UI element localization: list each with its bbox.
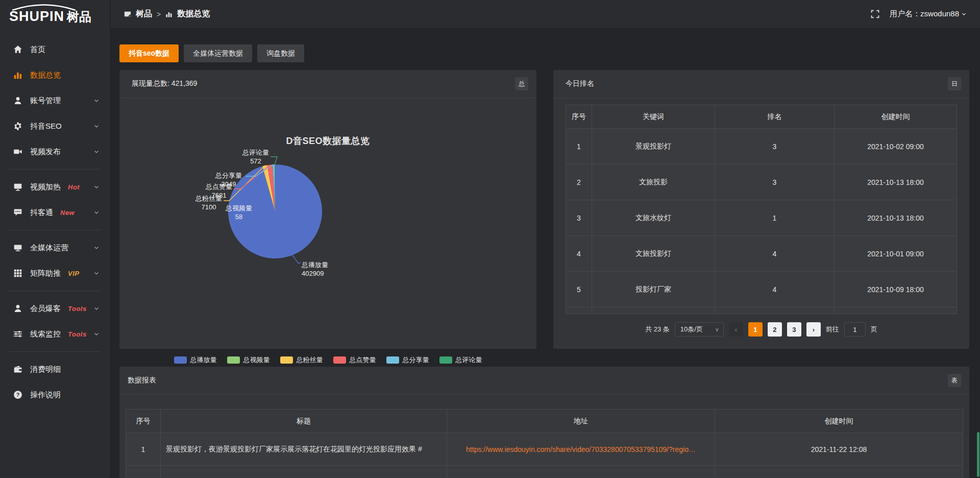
sidebar-item-label: 全媒体运营 <box>30 243 68 253</box>
legend-item-fans[interactable]: 总粉丝量 <box>280 355 323 365</box>
legend-swatch <box>386 356 399 364</box>
sidebar-item-omnimedia[interactable]: 全媒体运营 <box>0 235 110 260</box>
fullscreen-icon[interactable] <box>871 10 879 18</box>
sidebar-divider <box>9 351 101 352</box>
report-url-cell: https://www.iesdouyin.com/share/video/70… <box>447 433 715 465</box>
sidebar: SHUPIN 树品 首页 数据总览 账号管理 <box>0 0 110 478</box>
table-cell: 4 <box>566 236 592 271</box>
table-cell: 文旅投影灯 <box>592 236 715 271</box>
table-cell-clipped <box>161 466 447 478</box>
sidebar-item-label: 视频加热 <box>30 182 61 192</box>
sidebar-divider <box>9 291 101 291</box>
goto-page-input[interactable] <box>844 322 866 337</box>
table-cell: 1 <box>126 433 160 465</box>
legend-item-videos[interactable]: 总视频量 <box>227 355 270 365</box>
col-header: 排名 <box>715 105 834 128</box>
day-view-button[interactable]: 日 <box>948 77 961 90</box>
legend-item-comments[interactable]: 总评论量 <box>439 355 482 365</box>
sidebar-item-member-baoke[interactable]: 会员爆客 Tools <box>0 296 110 321</box>
table-cell: 2021-10-02 09:00 <box>835 129 957 164</box>
table-cell: 2021-11-22 12:08 <box>715 433 963 465</box>
person-icon <box>13 304 22 313</box>
sidebar-item-instructions[interactable]: ? 操作说明 <box>0 382 110 408</box>
table-cell: 2021-10-13 18:00 <box>835 164 957 200</box>
sidebar-item-video-publish[interactable]: 视频发布 <box>0 139 110 164</box>
next-page-button[interactable]: › <box>806 322 821 337</box>
sidebar-item-expense-detail[interactable]: 消费明细 <box>0 356 110 382</box>
impressions-summary: 展现量总数: 421,369 <box>132 79 197 88</box>
sidebar-item-home[interactable]: 首页 <box>0 37 110 62</box>
sidebar-item-label: 抖音SEO <box>30 122 62 131</box>
chart-legend: 总播放量 总视频量 总粉丝量 总点赞量 总分享量 总评论量 <box>119 355 536 365</box>
sidebar-item-label: 首页 <box>30 45 45 55</box>
impressions-value: 421,369 <box>172 79 198 87</box>
breadcrumb-root[interactable]: 树品 <box>136 9 152 19</box>
report-panel-title: 数据报表 <box>128 376 156 385</box>
pagination: 共 23 条 10条/页 ∨ ‹ 1 2 3 › 前往 页 <box>553 322 969 337</box>
sidebar-item-account[interactable]: 账号管理 <box>0 88 110 113</box>
sidebar-item-label: 消费明细 <box>30 365 61 374</box>
prev-page-button[interactable]: ‹ <box>729 322 743 337</box>
sidebar-item-matrix-boost[interactable]: 矩阵助推 VIP <box>0 260 110 286</box>
pie-label-videos: 总视频量58 <box>218 204 259 221</box>
chevron-down-icon <box>93 184 100 190</box>
page-button-2[interactable]: 2 <box>768 322 782 337</box>
app-root: SHUPIN 树品 首页 数据总览 账号管理 <box>0 0 980 478</box>
page-button-3[interactable]: 3 <box>787 322 801 337</box>
sidebar-item-label: 账号管理 <box>30 96 61 106</box>
page-button-1[interactable]: 1 <box>748 322 763 337</box>
legend-swatch <box>280 356 293 364</box>
chevron-down-icon <box>93 270 100 276</box>
table-cell-clipped <box>715 307 834 314</box>
brand-name-en: SHUPIN <box>9 9 64 25</box>
table-cell: 3 <box>715 164 834 200</box>
impressions-label: 展现量总数: <box>132 79 169 87</box>
sidebar-item-label: 数据总览 <box>30 70 61 80</box>
sliders-icon <box>13 329 22 339</box>
table-view-button[interactable]: 表 <box>948 374 961 387</box>
tab-inquiry-data[interactable]: 询盘数据 <box>257 44 304 62</box>
page-size-select[interactable]: 10条/页 ∨ <box>675 322 724 337</box>
total-view-button[interactable]: 总 <box>515 77 528 90</box>
table-cell: 5 <box>566 272 592 307</box>
chevron-down-icon <box>961 11 967 17</box>
col-header: 关键词 <box>592 105 715 128</box>
sidebar-item-douketong[interactable]: 抖客通 New <box>0 200 110 225</box>
sidebar-item-label: 视频发布 <box>30 147 61 157</box>
sidebar-item-label: 矩阵助推 <box>30 269 61 278</box>
breadcrumb-current[interactable]: 数据总览 <box>177 9 210 19</box>
legend-item-likes[interactable]: 总点赞量 <box>333 355 376 365</box>
legend-item-plays[interactable]: 总播放量 <box>174 355 217 365</box>
table-cell-clipped <box>447 466 715 478</box>
tab-omnimedia-data[interactable]: 全媒体运营数据 <box>184 44 252 62</box>
ranking-table: 序号 关键词 排名 创建时间 1 景观投影灯 3 2021-10-02 09:0… <box>566 105 957 314</box>
question-circle-icon: ? <box>13 390 22 399</box>
today-ranking-panel: 今日排名 日 序号 关键词 排名 创建时间 1 景观投影灯 3 2021-10-… <box>553 70 969 349</box>
report-table: 序号 标题 地址 创建时间 1 景观投影灯，夜游景观投影灯厂家展示展示落花灯在花… <box>126 409 963 478</box>
main-content: 抖音seo数据 全媒体运营数据 询盘数据 展现量总数: 421,369 总 D音… <box>111 29 980 478</box>
user-menu[interactable]: 用户名：zswodun88 <box>890 9 967 19</box>
svg-text:?: ? <box>16 392 20 398</box>
sidebar-item-video-heat[interactable]: 视频加热 Hot <box>0 174 110 200</box>
data-report-panel: 数据报表 表 序号 标题 地址 创建时间 1 景观投影灯，夜游景观投影灯厂家展示… <box>119 367 969 478</box>
bar-chart-icon <box>13 70 22 80</box>
tab-douyin-seo-data[interactable]: 抖音seo数据 <box>119 44 179 62</box>
legend-swatch <box>227 356 240 364</box>
video-link[interactable]: https://www.iesdouyin.com/share/video/70… <box>466 445 696 453</box>
legend-item-shares[interactable]: 总分享量 <box>386 355 429 365</box>
table-cell: 1 <box>715 200 834 235</box>
scrollbar-thumb[interactable] <box>977 432 979 477</box>
username-label: 用户名：zswodun88 <box>890 9 959 19</box>
sidebar-item-douyin-seo[interactable]: 抖音SEO <box>0 113 110 139</box>
table-cell: 3 <box>715 129 834 164</box>
pagination-total: 共 23 条 <box>645 325 670 334</box>
table-cell: 2021-10-01 09:00 <box>835 236 957 271</box>
pie-chart[interactable] <box>119 98 536 348</box>
sidebar-item-clue-monitor[interactable]: 线索监控 Tools <box>0 321 110 347</box>
chevron-down-icon <box>93 331 100 337</box>
sidebar-item-data-overview[interactable]: 数据总览 <box>0 62 110 88</box>
brand-name-cn: 树品 <box>67 9 91 25</box>
brand-logo: SHUPIN 树品 <box>0 0 110 32</box>
topbar: 树品 > 数据总览 用户名：zswodun88 <box>111 0 980 29</box>
video-camera-icon <box>13 147 22 156</box>
